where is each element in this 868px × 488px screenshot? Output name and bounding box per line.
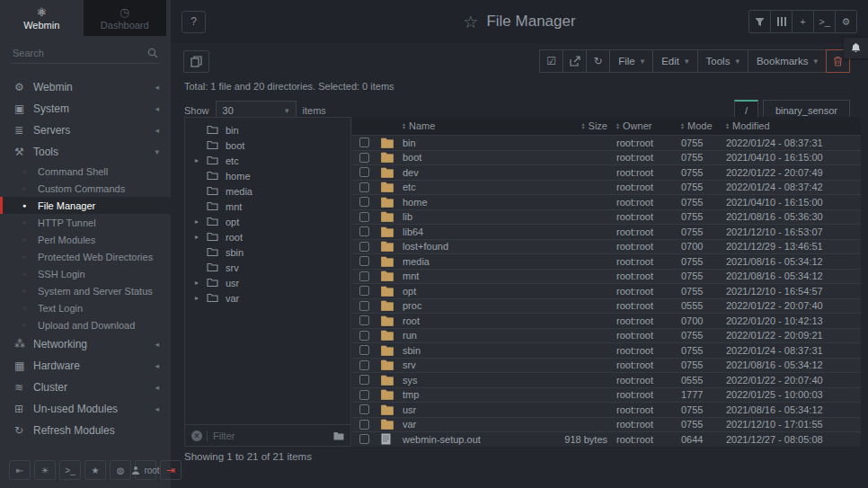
user-button[interactable]: root (135, 460, 156, 480)
sidebar-menu-item[interactable]: ≋ Cluster ◂ (0, 377, 171, 398)
row-checkbox[interactable] (359, 331, 369, 341)
row-checkbox[interactable] (359, 153, 369, 163)
sidebar-menu-item[interactable]: ⁂ Networking ◂ (0, 333, 171, 355)
favorite-star-icon[interactable]: ☆ (463, 12, 478, 32)
sidebar-menu-item[interactable]: ⚙ Webmin ◂ (0, 76, 171, 98)
file-name[interactable]: lib (403, 211, 534, 222)
tree-item[interactable]: mnt (185, 199, 350, 214)
file-name[interactable]: etc (403, 182, 534, 192)
file-name[interactable]: var (403, 419, 534, 430)
shell-button[interactable]: >_ (59, 460, 81, 480)
file-name[interactable]: home (403, 197, 534, 208)
sidebar-menu-item[interactable]: ○ Text Login (0, 299, 171, 316)
sidebar-menu-item[interactable]: ○ System and Server Status (0, 282, 171, 299)
row-checkbox[interactable] (359, 242, 369, 252)
columns-button[interactable] (770, 10, 793, 33)
sidebar-menu-item[interactable]: ○ SSH Login (0, 265, 171, 282)
theme-button[interactable]: ☀ (34, 460, 56, 480)
table-row[interactable]: lost+found root:root 0700 2021/12/29 - 1… (352, 239, 861, 254)
tree-item[interactable]: ▸ root (185, 229, 350, 244)
file-name[interactable]: root (403, 315, 534, 326)
sort-by-mode[interactable]: ▴▾ Mode (681, 120, 726, 131)
terminal-button[interactable]: >_ (813, 10, 836, 33)
tree-item[interactable]: bin (185, 122, 350, 138)
sidebar-menu-item[interactable]: ▦ Hardware ◂ (0, 355, 171, 377)
row-checkbox[interactable] (359, 167, 369, 177)
language-button[interactable]: ◍ (110, 460, 131, 480)
file-name[interactable]: lost+found (403, 241, 534, 252)
tab-webmin[interactable]: ⚛ Webmin (0, 0, 84, 36)
paste-buffer-button[interactable] (183, 50, 209, 73)
sort-by-size[interactable]: ▴▾ Size (534, 120, 616, 131)
file-name[interactable]: mnt (403, 271, 534, 281)
table-row[interactable]: lib root:root 0755 2021/08/16 - 05:36:30 (352, 209, 861, 225)
file-name[interactable]: media (403, 256, 534, 267)
table-row[interactable]: etc root:root 0755 2022/01/24 - 08:37:42 (352, 180, 861, 195)
tree-expand-icon[interactable]: ▸ (195, 217, 207, 226)
row-checkbox[interactable] (359, 301, 369, 311)
sidebar-menu-item[interactable]: ⚒ Tools ▾ (0, 141, 171, 163)
table-row[interactable]: webmin-setup.out 918 bytes root:root 064… (352, 431, 861, 447)
table-row[interactable]: home root:root 0755 2021/04/10 - 16:15:0… (352, 194, 861, 209)
export-button[interactable] (562, 49, 587, 73)
sidebar-menu-item[interactable]: ▣ System ◂ (0, 98, 171, 120)
logout-button[interactable]: ⇥ (160, 460, 182, 480)
sidebar-menu-item[interactable]: ≣ Servers ◂ (0, 120, 171, 141)
sidebar-menu-item[interactable]: ○ Upload and Download (0, 316, 171, 333)
row-checkbox[interactable] (359, 182, 369, 192)
row-checkbox[interactable] (359, 271, 369, 281)
sidebar-menu-item[interactable]: ○ Command Shell (0, 163, 171, 180)
row-checkbox[interactable] (359, 138, 369, 147)
tree-item[interactable]: boot (185, 138, 350, 153)
table-row[interactable]: proc root:root 0555 2022/01/22 - 20:07:4… (352, 298, 861, 314)
tree-item[interactable]: sbin (185, 244, 350, 260)
file-name[interactable]: bin (403, 138, 534, 148)
file-menu-button[interactable]: File▾ (609, 49, 653, 73)
folder-small-icon[interactable] (333, 431, 344, 440)
tree-item[interactable]: ▸ var (185, 290, 350, 306)
filter-button[interactable] (748, 10, 771, 33)
tree-item[interactable]: ▸ etc (185, 153, 350, 168)
favorites-button[interactable]: ★ (84, 460, 106, 480)
table-row[interactable]: lib64 root:root 0755 2021/12/10 - 16:53:… (352, 224, 861, 239)
table-row[interactable]: sys root:root 0555 2022/01/22 - 20:07:40 (352, 372, 861, 387)
table-row[interactable]: tmp root:root 1777 2022/01/25 - 10:00:03 (352, 387, 861, 403)
notifications-button[interactable] (844, 38, 868, 58)
file-name[interactable]: dev (403, 167, 534, 178)
file-name[interactable]: sys (403, 375, 534, 386)
row-checkbox[interactable] (359, 256, 369, 266)
sidebar-menu-item[interactable]: ○ Perl Modules (0, 231, 171, 248)
row-checkbox[interactable] (359, 390, 369, 400)
row-checkbox[interactable] (359, 226, 369, 236)
clear-filter-icon[interactable]: ✕ (191, 430, 202, 441)
tree-expand-icon[interactable]: ▸ (195, 233, 207, 241)
file-name[interactable]: webmin-setup.out (403, 434, 534, 445)
add-button[interactable]: + (792, 10, 814, 33)
table-row[interactable]: srv root:root 0755 2021/08/16 - 05:34:12 (352, 358, 861, 373)
select-all-button[interactable]: ☑ (539, 49, 563, 73)
row-checkbox[interactable] (359, 315, 369, 325)
bookmarks-menu-button[interactable]: Bookmarks▾ (748, 49, 827, 73)
file-name[interactable]: opt (403, 286, 534, 297)
table-row[interactable]: bin root:root 0755 2022/01/24 - 08:37:31 (352, 135, 861, 150)
sort-by-owner[interactable]: ▴▾ Owner (616, 120, 681, 131)
table-row[interactable]: media root:root 0755 2021/08/16 - 05:34:… (352, 253, 861, 269)
file-name[interactable]: usr (403, 404, 534, 415)
table-row[interactable]: mnt root:root 0755 2021/08/16 - 05:34:12 (352, 269, 861, 284)
table-row[interactable]: dev root:root 0755 2022/01/22 - 20:07:49 (352, 164, 861, 180)
table-row[interactable]: root root:root 0700 2022/01/20 - 10:42:1… (352, 313, 861, 328)
sidebar-menu-item[interactable]: ○ Custom Commands (0, 180, 171, 197)
help-button[interactable]: ? (182, 11, 206, 33)
file-name[interactable]: run (403, 330, 534, 341)
tree-item[interactable]: home (185, 168, 350, 183)
file-name[interactable]: boot (403, 152, 534, 163)
settings-button[interactable]: ⚙ (835, 10, 857, 33)
row-checkbox[interactable] (359, 360, 369, 370)
row-checkbox[interactable] (359, 434, 369, 444)
row-checkbox[interactable] (359, 420, 369, 430)
tools-menu-button[interactable]: Tools▾ (697, 49, 748, 73)
table-row[interactable]: opt root:root 0755 2021/12/10 - 16:54:57 (352, 283, 861, 298)
table-row[interactable]: boot root:root 0755 2021/04/10 - 16:15:0… (352, 150, 861, 165)
row-checkbox[interactable] (359, 286, 369, 296)
sidebar-menu-item[interactable]: ● File Manager (0, 197, 171, 214)
